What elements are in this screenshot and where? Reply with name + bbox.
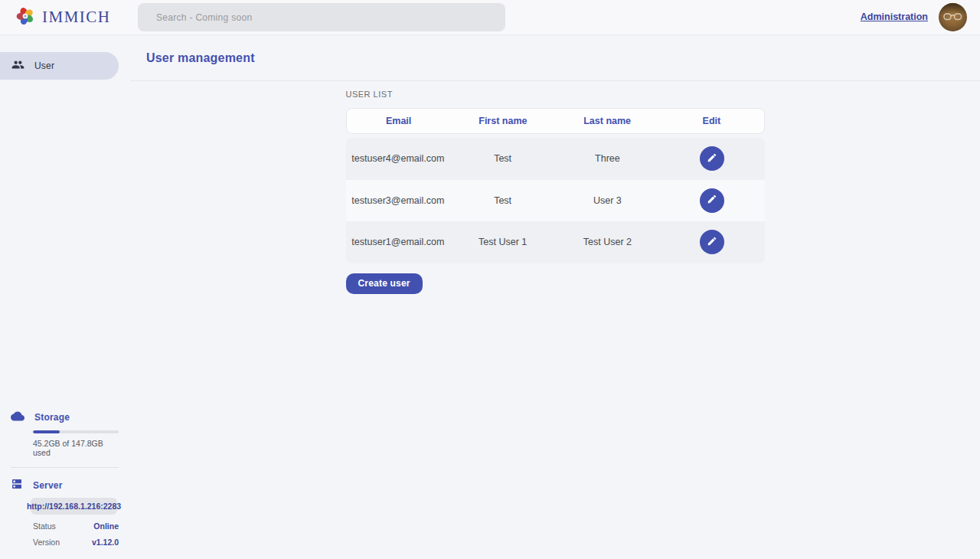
users-icon (11, 58, 24, 74)
cell-first-name: Test (450, 153, 555, 164)
edit-user-button[interactable] (700, 188, 724, 213)
main-content: User management USER LIST Email First na… (130, 35, 980, 559)
storage-progress-fill (33, 430, 60, 433)
glasses-photo-detail (943, 13, 962, 21)
pencil-icon (707, 194, 717, 207)
storage-usage-text: 45.2GB of 147.8GB used (33, 439, 119, 457)
cell-last-name: Test User 2 (555, 237, 660, 247)
sidebar: User Storage 45.2GB of 147.8GB used (0, 35, 130, 559)
table-row: testuser3@email.com Test User 3 (346, 180, 765, 222)
server-status-value: Online (93, 521, 119, 531)
create-user-button[interactable]: Create user (346, 273, 423, 294)
app-header: IMMICH Administration (0, 0, 980, 35)
cell-email: testuser4@email.com (346, 153, 451, 164)
pencil-icon (707, 236, 717, 249)
column-header-edit: Edit (659, 116, 763, 126)
edit-user-button[interactable] (700, 146, 724, 171)
server-version-value: v1.12.0 (92, 538, 119, 547)
cell-email: testuser3@email.com (346, 195, 451, 206)
sidebar-item-user[interactable]: User (0, 52, 119, 80)
pencil-icon (707, 152, 717, 165)
sidebar-status-panel: Storage 45.2GB of 147.8GB used Server ht… (0, 410, 130, 559)
server-section: Server http://192.168.1.216:2283 Status … (11, 467, 119, 547)
search-input[interactable] (138, 3, 505, 31)
cell-first-name: Test (450, 195, 555, 206)
server-status-label: Status (33, 521, 56, 531)
immich-flower-icon (15, 6, 35, 29)
user-list-label: USER LIST (346, 90, 765, 99)
sidebar-item-label: User (34, 60, 54, 71)
cloud-icon (11, 410, 24, 424)
user-avatar[interactable] (939, 3, 967, 31)
server-rack-icon (11, 478, 23, 493)
column-header-first-name: First name (451, 116, 555, 126)
page-title-bar: User management (130, 35, 980, 81)
column-header-email: Email (347, 116, 451, 126)
app-title: IMMICH (42, 8, 111, 27)
storage-section: Storage 45.2GB of 147.8GB used (11, 410, 119, 457)
column-header-last-name: Last name (555, 116, 659, 126)
server-url-badge: http://192.168.1.216:2283 (31, 498, 117, 515)
table-row: testuser4@email.com Test Three (346, 138, 765, 180)
user-table-body: testuser4@email.com Test Three testuser3… (346, 138, 765, 263)
administration-link[interactable]: Administration (861, 11, 928, 22)
cell-last-name: Three (555, 153, 660, 164)
storage-progress-bar (33, 430, 119, 433)
app-logo[interactable]: IMMICH (0, 6, 111, 29)
cell-first-name: Test User 1 (450, 237, 555, 247)
storage-title: Storage (34, 412, 70, 423)
server-title: Server (33, 480, 63, 491)
cell-last-name: User 3 (555, 195, 660, 206)
edit-user-button[interactable] (700, 230, 724, 254)
page-title: User management (146, 51, 255, 65)
table-row: testuser1@email.com Test User 1 Test Use… (346, 221, 765, 263)
user-table-header: Email First name Last name Edit (346, 108, 765, 134)
server-version-label: Version (33, 538, 60, 547)
cell-email: testuser1@email.com (346, 237, 451, 247)
